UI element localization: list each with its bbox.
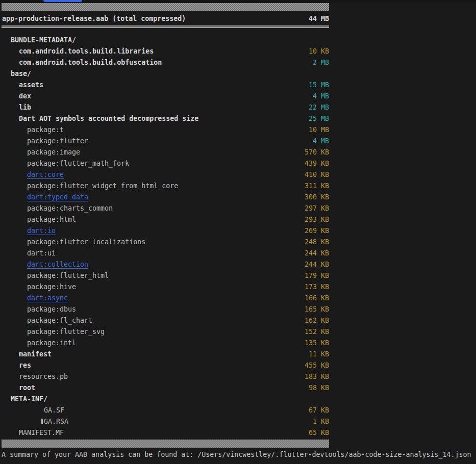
- entry-label: GA.RSA: [44, 418, 68, 425]
- double-rule-divider: [2, 25, 329, 28]
- entry-size: 10 MB: [309, 126, 329, 134]
- tree-row: lib 22 MB: [0, 101, 329, 113]
- entry-label: package:intl: [27, 339, 76, 347]
- entry-size: 248 KB: [305, 238, 329, 246]
- tree-row: dart:ui 244 KB: [0, 247, 329, 259]
- entry-label: dex: [19, 92, 31, 100]
- dart-library-link[interactable]: dart:io: [27, 227, 56, 235]
- tree-row: package:html 293 KB: [0, 214, 329, 225]
- entry-size: 311 KB: [305, 182, 329, 190]
- dart-library-link[interactable]: dart:core: [27, 171, 64, 178]
- entry-label: MANIFEST.MF: [19, 429, 64, 436]
- tree-row: Dart AOT symbols accounted decompressed …: [0, 113, 329, 124]
- dart-library-link[interactable]: dart:collection: [27, 261, 88, 268]
- dart-library-link[interactable]: dart:async: [27, 294, 68, 302]
- tree-row: com.android.tools.build.libraries 10 KB: [0, 45, 329, 57]
- tree-row: GA.RSA 1 KB: [0, 416, 329, 427]
- redacted-glyph-fragment: [41, 419, 43, 424]
- entry-label: manifest: [19, 350, 52, 358]
- tree-row: res 455 KB: [0, 359, 329, 371]
- entry-label: dart:ui: [27, 249, 56, 257]
- entry-size: 10 KB: [309, 47, 329, 55]
- entry-label: package:hive: [27, 283, 76, 291]
- tree-row: dart:typed_data 300 KB: [0, 191, 329, 202]
- tree-row: package:flutter_localizations 248 KB: [0, 236, 329, 247]
- entry-label: assets: [19, 81, 43, 89]
- tree-row: package:fl_chart 162 KB: [0, 315, 329, 326]
- entry-label: package:flutter_localizations: [27, 238, 145, 246]
- entry-size: 183 KB: [305, 373, 329, 380]
- stippled-divider-top: [2, 3, 329, 11]
- tree-row: com.android.tools.build.obfuscation 2 MB: [0, 57, 329, 68]
- entry-size: 293 KB: [305, 216, 329, 223]
- entry-size: 22 MB: [309, 104, 329, 111]
- tree-row: dart:async 166 KB: [0, 292, 329, 303]
- tree-row: assets 15 MB: [0, 79, 329, 90]
- tree-row: dart:io 269 KB: [0, 225, 329, 236]
- tree-row: package:dbus 165 KB: [0, 303, 329, 315]
- tree-row: package:flutter_svg 152 KB: [0, 326, 329, 337]
- tree-row: META-INF/: [0, 393, 329, 404]
- tree-row: package:flutter_html 179 KB: [0, 270, 329, 281]
- tree-row: MANIFEST.MF 65 KB: [0, 427, 329, 438]
- entry-size: 1 KB: [313, 418, 329, 425]
- stippled-divider-bottom: [2, 440, 329, 448]
- entry-size: 179 KB: [305, 272, 329, 279]
- entry-label: package:flutter_svg: [27, 328, 105, 336]
- tree-row: GA.SF 67 KB: [0, 404, 329, 416]
- entry-label: com.android.tools.build.obfuscation: [19, 59, 162, 66]
- entry-label: lib: [19, 104, 31, 111]
- entry-size: 135 KB: [305, 339, 329, 347]
- entry-label: package:flutter_widget_from_html_core: [27, 182, 178, 190]
- entry-label: com.android.tools.build.libraries: [19, 47, 154, 55]
- entry-size: 15 MB: [309, 81, 329, 89]
- entry-size: 11 KB: [309, 350, 329, 358]
- tree-row: root 98 KB: [0, 382, 329, 393]
- entry-label: package:image: [27, 148, 80, 156]
- entry-size: 4 MB: [313, 92, 329, 100]
- entry-label: root: [19, 384, 35, 392]
- tree-row: package:image 570 KB: [0, 146, 329, 158]
- entry-size: 162 KB: [305, 317, 329, 324]
- tree-row: BUNDLE-METADATA/: [0, 34, 329, 45]
- entry-label: res: [19, 362, 31, 369]
- entry-label: Dart AOT symbols accounted decompressed …: [19, 115, 198, 122]
- summary-path-text: A summary of your AAB analysis can be fo…: [0, 449, 476, 460]
- tree-row: dex 4 MB: [0, 90, 329, 101]
- entry-label: package:t: [27, 126, 64, 134]
- tree-row: dart:core 410 KB: [0, 169, 329, 180]
- size-tree: BUNDLE-METADATA/ com.android.tools.build…: [0, 34, 329, 438]
- entry-size: 166 KB: [305, 294, 329, 302]
- entry-label: GA.SF: [44, 406, 64, 414]
- entry-size: 455 KB: [305, 362, 329, 369]
- tree-row: base/: [0, 68, 329, 79]
- entry-label: package:dbus: [27, 305, 76, 313]
- tree-row: manifest 11 KB: [0, 348, 329, 359]
- tree-row: package:charts_common 297 KB: [0, 202, 329, 214]
- tree-row: package:flutter 4 MB: [0, 135, 329, 146]
- entry-size: 4 MB: [313, 137, 329, 145]
- entry-size: 98 KB: [309, 384, 329, 392]
- tree-row: package:flutter_widget_from_html_core 31…: [0, 180, 329, 191]
- entry-label: package:flutter: [27, 137, 88, 145]
- entry-size: 25 MB: [309, 115, 329, 122]
- entry-size: 65 KB: [309, 429, 329, 436]
- bundle-summary-row: app-production-release.aab (total compre…: [0, 11, 329, 25]
- tree-row: resources.pb 183 KB: [0, 371, 329, 382]
- entry-size: 152 KB: [305, 328, 329, 336]
- entry-label: package:flutter_html: [27, 272, 109, 279]
- dart-library-link[interactable]: dart:typed_data: [27, 193, 88, 201]
- tree-row: package:flutter_math_fork 439 KB: [0, 158, 329, 169]
- entry-size: 2 MB: [313, 59, 329, 66]
- entry-size: 410 KB: [305, 171, 329, 178]
- bundle-file-name: app-production-release.aab (total compre…: [2, 15, 186, 22]
- active-tab-indicator: [43, 0, 82, 2]
- tree-row: package:t 10 MB: [0, 124, 329, 135]
- tree-row: package:intl 135 KB: [0, 337, 329, 348]
- entry-label: BUNDLE-METADATA/: [11, 36, 76, 44]
- entry-size: 439 KB: [305, 160, 329, 167]
- entry-size: 300 KB: [305, 193, 329, 201]
- entry-size: 67 KB: [309, 406, 329, 414]
- entry-size: 297 KB: [305, 204, 329, 212]
- entry-label: base/: [11, 70, 31, 78]
